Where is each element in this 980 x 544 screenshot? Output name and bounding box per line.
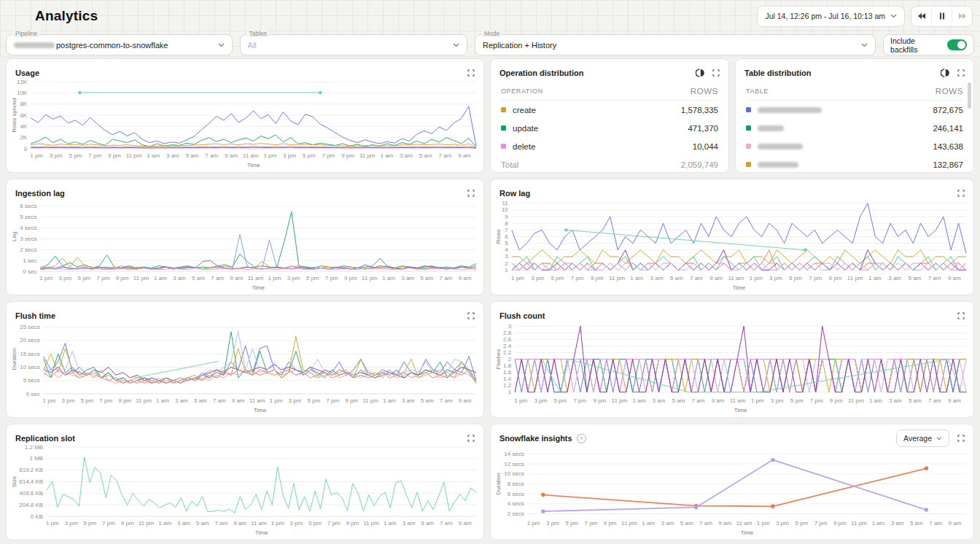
- row-lag-chart[interactable]: 12345678910111 pm3 pm5 pm7 pm9 pm11 pm1 …: [494, 197, 972, 293]
- chart-canvas-replication_slot: 0 KB204.8 KB409.6 KB614.4 KB819.2 KB1 MB…: [9, 442, 482, 538]
- axis-text: 1.6: [503, 369, 512, 376]
- chevron-down-icon: [936, 437, 942, 440]
- axis-text: 3 secs: [20, 236, 36, 242]
- ingestion-lag-chart[interactable]: 0 sec1 sec2 secs3 secs4 secs5 secs6 secs…: [9, 197, 482, 293]
- axis-text: 11 pm: [621, 520, 637, 526]
- snowflake-insights-chart[interactable]: 2 secs4 secs6 secs8 secs10 secs12 secs14…: [494, 446, 972, 538]
- axis-text: 3 pm: [287, 275, 300, 281]
- axis-text: 5 pm: [303, 152, 316, 159]
- chart-canvas-flush_time: 0 sec5 secs10 secs15 secs20 secs25 secs1…: [9, 319, 482, 416]
- mode-label: Mode: [482, 31, 502, 37]
- axis-text: 7 pm: [97, 275, 110, 281]
- replication-slot-chart[interactable]: 0 KB204.8 KB409.6 KB614.4 KB819.2 KB1 MB…: [9, 442, 482, 538]
- expand-button[interactable]: [467, 69, 475, 77]
- axis-text: 1 am: [380, 152, 393, 159]
- axis-text: 5 pm: [790, 397, 804, 404]
- pipeline-select[interactable]: Pipeline postgres-common-to-snowflake: [6, 34, 233, 55]
- marker-orange: [771, 505, 774, 508]
- axis-text: 9 pm: [108, 152, 121, 159]
- axis-text: 9 pm: [591, 275, 604, 281]
- vertical-scrollbar[interactable]: [968, 82, 971, 109]
- usage-chart[interactable]: 02K4K6K8K10K12K1 pm3 pm5 pm7 pm9 pm11 pm…: [9, 77, 482, 171]
- axis-text: 3 am: [650, 275, 664, 281]
- axis-text: 5 am: [680, 520, 693, 526]
- axis-text: 5 am: [672, 397, 685, 404]
- expand-button[interactable]: [957, 69, 965, 77]
- axis-text: 0 sec: [26, 391, 40, 397]
- expand-button[interactable]: [467, 435, 475, 442]
- pie-view-button[interactable]: [941, 69, 949, 77]
- rewind-button[interactable]: [911, 7, 931, 26]
- axis-text: 1 am: [156, 397, 169, 404]
- axis-text: 9 pm: [118, 397, 131, 404]
- axis-text: 10K: [17, 90, 28, 96]
- page-title: Analytics: [35, 8, 98, 24]
- card-title: Table distribution: [744, 69, 811, 77]
- expand-button[interactable]: [467, 312, 475, 319]
- axis-text: 3 pm: [771, 397, 784, 404]
- expand-button[interactable]: [957, 190, 965, 197]
- axis-text: 9 am: [948, 275, 961, 281]
- axis-text: 3 pm: [50, 152, 63, 159]
- expand-button[interactable]: [467, 190, 475, 197]
- axis-text: Time: [734, 407, 747, 413]
- axis-text: 9 am: [718, 520, 731, 526]
- axis-text: 5 am: [196, 520, 209, 526]
- axis-text: 9 am: [225, 152, 238, 159]
- date-range-picker[interactable]: Jul 14, 12:26 pm - Jul 16, 10:13 am: [757, 6, 905, 27]
- series-blue: [512, 203, 966, 254]
- marker-lavender: [694, 505, 698, 509]
- axis-text: 7 am: [211, 275, 224, 281]
- axis-text: Rows synced: [11, 98, 18, 133]
- expand-button[interactable]: [712, 69, 720, 77]
- axis-text: 5 am: [192, 275, 205, 281]
- aggregate-select[interactable]: Average: [896, 430, 949, 447]
- flush-time-chart[interactable]: 0 sec5 secs10 secs15 secs20 secs25 secs1…: [9, 319, 482, 416]
- axis-text: 1 am: [154, 275, 167, 281]
- axis-text: 1 pm: [514, 397, 527, 404]
- pie-chart-icon: [941, 69, 949, 77]
- include-backfills-toggle[interactable]: [947, 39, 967, 50]
- help-icon[interactable]: ?: [577, 434, 586, 443]
- axis-text: 3 pm: [534, 397, 547, 404]
- fast-forward-button[interactable]: [952, 7, 972, 26]
- series-swatch: [746, 162, 751, 167]
- axis-text: 1 pm: [757, 520, 770, 526]
- axis-text: 7 pm: [573, 397, 586, 404]
- axis-text: 5 am: [908, 275, 921, 281]
- axis-text: 11 am: [249, 397, 265, 404]
- axis-text: 1 pm: [511, 275, 524, 281]
- axis-text: 3: [505, 253, 508, 260]
- axis-text: 2K: [20, 134, 27, 141]
- axis-text: 9 am: [233, 520, 246, 526]
- axis-text: 3 am: [177, 520, 190, 526]
- axis-text: 5 pm: [83, 520, 96, 526]
- axis-text: 7 am: [929, 520, 942, 526]
- redacted-table-name: [758, 162, 798, 168]
- series-swatch: [746, 107, 751, 112]
- axis-text: 7: [505, 227, 508, 233]
- marker-orange: [541, 493, 545, 497]
- table-row: 246,141: [746, 119, 963, 137]
- snowflake-insights-card: Snowflake insights ? Average 2 secs4 sec…: [490, 424, 974, 540]
- operation-row: update471,370: [501, 119, 718, 137]
- expand-button[interactable]: [957, 435, 965, 442]
- pause-button[interactable]: [931, 7, 952, 26]
- axis-text: 11 pm: [126, 152, 142, 159]
- axis-text: 1.8: [503, 362, 512, 369]
- chevron-down-icon: [890, 14, 897, 18]
- axis-text: 3 am: [661, 520, 674, 526]
- expand-button[interactable]: [957, 312, 965, 319]
- redacted-table-name: [758, 125, 784, 131]
- flush-count-chart[interactable]: 11.21.41.61.822.22.42.62.831 pm3 pm5 pm7…: [494, 319, 972, 416]
- axis-text: 5 pm: [69, 152, 82, 159]
- mode-select[interactable]: Mode Replication + History: [475, 34, 876, 55]
- tables-select[interactable]: Tables All: [240, 34, 467, 55]
- axis-text: 5 am: [421, 397, 434, 404]
- axis-text: 3 am: [175, 397, 188, 404]
- pie-view-button[interactable]: [696, 69, 704, 77]
- pipeline-label: Pipeline: [13, 31, 39, 37]
- chevron-down-icon: [453, 43, 459, 47]
- table-dist-rows: 872,675246,141143,638132,86784,56765,560…: [746, 101, 963, 173]
- axis-text: 9 am: [459, 397, 472, 404]
